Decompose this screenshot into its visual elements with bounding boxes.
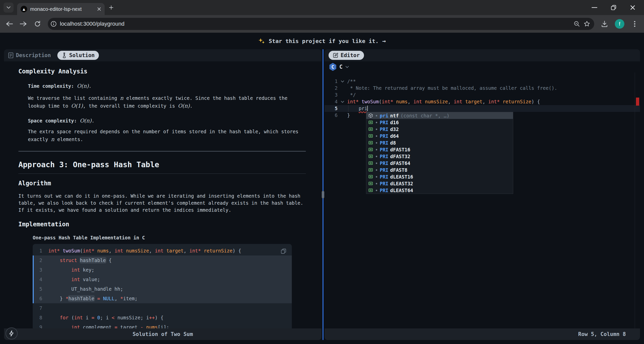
suggestion-item[interactable]: •PRIdLEAST64: [366, 187, 513, 194]
tab-search-button[interactable]: [4, 3, 14, 13]
copy-code-button[interactable]: [279, 247, 288, 255]
document-icon: [8, 52, 14, 58]
editor-status-bar: Row 5, Column 8: [325, 328, 640, 340]
browser-tab[interactable]: ▲ monaco-editor-lsp-next: [17, 3, 105, 15]
resizer-handle[interactable]: [322, 191, 324, 198]
editor-panel: Editor C C 1/**2 * Note: The returned ar…: [325, 49, 640, 340]
editor-line[interactable]: 1/**: [325, 78, 640, 85]
traverse-paragraph: We traverse the list containing n elemen…: [28, 94, 305, 110]
code-line: 7: [33, 303, 292, 313]
url-text[interactable]: localhost:3000/playground: [60, 21, 571, 27]
constant-icon: [368, 181, 373, 186]
tab-description[interactable]: Description: [8, 52, 51, 58]
forward-button[interactable]: [20, 20, 27, 28]
suggestion-item[interactable]: •PRId16: [366, 119, 513, 126]
constant-icon: [368, 174, 373, 179]
back-button[interactable]: [6, 20, 13, 28]
suggestion-item[interactable]: •PRIdFAST64: [366, 160, 513, 166]
chevron-down-icon: [345, 66, 349, 68]
window-minimize-button[interactable]: [591, 4, 598, 11]
heading-approach-3: Approach 3: One-pass Hash Table: [18, 160, 306, 174]
flask-icon: [62, 52, 67, 58]
code-line: 3 int key;: [33, 265, 292, 275]
c-language-icon: C: [329, 63, 337, 71]
constant-icon: [368, 140, 373, 145]
bookmark-star-icon[interactable]: [583, 20, 591, 28]
solution-title: Solution of Two Sum: [133, 331, 193, 337]
browser-tabstrip: ▲ monaco-editor-lsp-next: [0, 0, 644, 15]
quick-action-button[interactable]: [6, 327, 18, 339]
code-line: 2 struct hashTable {: [33, 255, 292, 265]
window-restore-button[interactable]: [610, 4, 617, 11]
error-marker: [636, 98, 639, 106]
chevron-down-icon: [7, 6, 11, 9]
zoom-out-icon[interactable]: [573, 20, 581, 28]
panel-resizer[interactable]: [321, 49, 325, 340]
tab-editor[interactable]: Editor: [329, 51, 364, 60]
reload-button[interactable]: [34, 20, 41, 28]
star-project-banner[interactable]: Star this project if you like it. →: [0, 33, 644, 49]
fold-chevron-icon[interactable]: [341, 79, 344, 82]
site-info-icon[interactable]: [50, 20, 57, 28]
constant-icon: [368, 120, 373, 125]
editor-line[interactable]: 4int* twoSum(int* nums, int numsSize, in…: [325, 98, 640, 105]
code-line: 6 } *hashTable = NULL, *item;: [33, 294, 292, 303]
left-panel-tabs: Description Solution: [4, 49, 321, 61]
zap-icon: [9, 330, 14, 336]
heading-complexity-analysis: Complexity Analysis: [18, 68, 306, 75]
code-caption: One-pass Hash Table Implementation in C: [33, 235, 306, 241]
window-close-button[interactable]: [629, 4, 636, 11]
tab-title: monaco-editor-lsp-next: [30, 6, 94, 12]
download-icon[interactable]: [601, 20, 608, 28]
extra-space-paragraph: The extra space required depends on the …: [28, 128, 305, 143]
editor-line[interactable]: 2 * Note: The returned array must be mal…: [325, 85, 640, 92]
code-line: 8 for (int i = 0; i < numsSize; i++) {: [33, 313, 292, 322]
code-line: 9 int complement = target - nums[i];: [33, 322, 292, 328]
left-status-bar: Solution of Two Sum: [4, 328, 321, 340]
function-icon: [368, 113, 373, 118]
heading-implementation: Implementation: [18, 221, 306, 228]
suggestion-item[interactable]: •PRIdFAST16: [366, 146, 513, 153]
tab-solution[interactable]: Solution: [57, 51, 99, 60]
constant-icon: [368, 188, 373, 193]
suggestion-item[interactable]: •PRIdFAST32: [366, 153, 513, 160]
code-block: 1int* twoSum(int* nums, int numsSize, in…: [33, 244, 292, 328]
text-cursor: [367, 106, 368, 111]
address-bar[interactable]: localhost:3000/playground: [48, 18, 594, 30]
suggestion-item[interactable]: •PRIdLEAST16: [366, 173, 513, 180]
constant-icon: [368, 126, 373, 132]
tab-close-icon[interactable]: [97, 7, 101, 11]
suggestion-item[interactable]: •PRIdLEAST32: [366, 180, 513, 187]
menu-kebab-icon[interactable]: [631, 20, 638, 28]
suggestion-item[interactable]: •PRId8: [366, 139, 513, 146]
edit-pencil-icon: [333, 53, 338, 58]
suggestion-item[interactable]: •PRId32: [366, 126, 513, 133]
editor-line[interactable]: 3 */: [325, 92, 640, 98]
new-tab-button[interactable]: [109, 5, 114, 10]
suggestion-item[interactable]: •PRId64: [366, 133, 513, 139]
arrow-right-icon: →: [382, 37, 386, 45]
time-complexity-paragraph: Time complexity: O(n).: [28, 82, 305, 90]
monaco-editor[interactable]: 1/**2 * Note: The returned array must be…: [325, 72, 640, 328]
fold-chevron-icon[interactable]: [341, 100, 344, 103]
code-line: 1int* twoSum(int* nums, int numsSize, in…: [33, 246, 292, 255]
solution-article: Complexity Analysis Time complexity: O(n…: [4, 61, 321, 328]
browser-window: ▲ monaco-editor-lsp-next localhost:3000/…: [0, 0, 644, 344]
suggestion-item[interactable]: •printf(const char *, …): [366, 112, 513, 119]
profile-avatar[interactable]: f: [615, 19, 624, 29]
cursor-position: Row 5, Column 8: [578, 331, 626, 337]
code-line: 4 int value;: [33, 275, 292, 284]
autocomplete-widget: •printf(const char *, …)•PRId16•PRId32•P…: [366, 112, 513, 194]
heading-algorithm: Algorithm: [18, 180, 306, 187]
editor-line[interactable]: 5 pri: [325, 105, 640, 112]
overview-ruler: [635, 72, 635, 328]
page-content: Star this project if you like it. → Desc…: [0, 33, 644, 344]
language-selector[interactable]: C C: [325, 61, 640, 72]
suggestion-item[interactable]: •PRIdFAST8: [366, 166, 513, 173]
constant-icon: [368, 154, 373, 159]
indent-guide: [348, 105, 348, 112]
site-favicon: ▲: [21, 6, 27, 12]
algorithm-paragraph: It turns out we can do it in one-pass. W…: [18, 192, 308, 213]
space-complexity-paragraph: Space complexity: O(n).: [28, 117, 305, 125]
section-divider: [18, 151, 306, 152]
